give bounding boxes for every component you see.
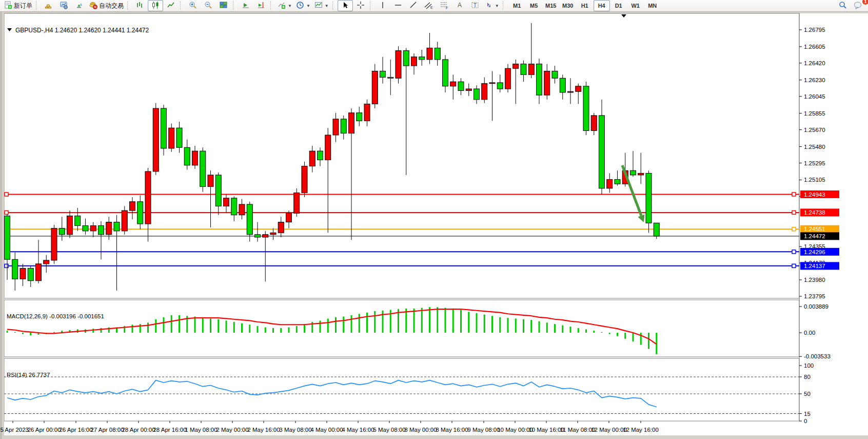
toolbar-separator <box>370 2 373 10</box>
svg-text:T: T <box>474 2 477 8</box>
price-axis-tick: 1.23795 <box>804 293 825 299</box>
periods-button[interactable]: ▼ <box>294 0 312 11</box>
price-axis-tick: 1.23980 <box>804 277 825 283</box>
time-axis-label: 10 May 16:00 <box>528 427 564 433</box>
signals-button[interactable] <box>72 0 87 11</box>
timeframe-button-W1[interactable]: W1 <box>627 0 644 11</box>
indicators-button[interactable]: ▼ <box>275 0 294 11</box>
macd-axis-tick: -0.003533 <box>804 353 831 359</box>
line-chart-type-button[interactable] <box>163 0 179 11</box>
crosshair-icon <box>357 1 365 11</box>
market-watch-icon <box>60 1 68 11</box>
price-axis-tick: 1.26795 <box>804 27 825 33</box>
bar-chart-type-button[interactable] <box>132 0 148 11</box>
auto-trading-button[interactable]: 自动交易 <box>87 0 126 11</box>
equidistant-channel-icon: E <box>424 1 433 11</box>
time-axis-label: 26 Apr 00:00 <box>27 427 61 433</box>
macd-axis-tick: 0.003889 <box>804 303 828 310</box>
channel-tool-button[interactable]: E <box>421 0 437 11</box>
chat-bubble-icon <box>854 1 863 11</box>
text-icon: A <box>456 1 464 11</box>
wallet-button[interactable] <box>41 0 56 11</box>
time-axis-label: 4 May 16:00 <box>342 427 374 433</box>
market-watch-button[interactable] <box>56 0 72 11</box>
time-axis-label: 1 May 08:00 <box>185 427 217 433</box>
toolbar: 新订单 自动交易 ▼ ▼ <box>0 0 868 12</box>
time-axis-label: 8 May 00:00 <box>404 427 437 433</box>
zoom-in-button[interactable] <box>185 0 201 11</box>
fibonacci-tool-button[interactable]: F <box>437 0 452 11</box>
price-tag: 1.24943 <box>800 190 839 198</box>
toolbar-separator <box>503 2 506 10</box>
time-axis-label: 28 Apr 16:00 <box>153 427 186 433</box>
crosshair-button[interactable] <box>353 0 368 11</box>
timeframe-button-M1[interactable]: M1 <box>509 0 525 11</box>
time-axis-label: 12 May 00:00 <box>591 427 627 433</box>
shapes-icon <box>485 1 493 11</box>
time-axis-label: 25 Apr 2023 <box>0 427 29 433</box>
timeframe-group: M1M5M15M30H1H4D1W1MN <box>509 0 661 11</box>
zoom-out-button[interactable] <box>201 0 216 11</box>
timeframe-button-MN[interactable]: MN <box>644 0 661 11</box>
svg-text:1.24472: 1.24472 <box>804 233 825 239</box>
timeframe-button-H4[interactable]: H4 <box>594 0 610 11</box>
candlestick-chart-icon <box>151 1 160 11</box>
price-axis-tick: 1.25105 <box>804 177 825 183</box>
svg-text:1.24943: 1.24943 <box>804 192 825 198</box>
zoom-out-icon <box>204 1 212 11</box>
text-label-tool-button[interactable]: T <box>467 0 483 11</box>
svg-text:1.24738: 1.24738 <box>804 209 825 216</box>
timeframe-button-M30[interactable]: M30 <box>560 0 576 11</box>
chart-window[interactable]: 1.267951.266051.264201.262301.260451.258… <box>0 12 868 439</box>
toolbar-separator <box>233 2 236 10</box>
svg-text:E: E <box>430 6 433 9</box>
text-label-icon: T <box>471 1 479 11</box>
timeframe-button-M5[interactable]: M5 <box>526 0 542 11</box>
arrows-tool-button[interactable]: ▼ <box>483 0 501 11</box>
text-tool-button[interactable]: A <box>452 0 467 11</box>
clock-icon <box>296 1 304 11</box>
horizontal-line-tool-button[interactable] <box>390 0 406 11</box>
trendline-tool-button[interactable] <box>406 0 421 11</box>
price-axis-tick: 1.26605 <box>804 44 825 50</box>
timeframe-button-H1[interactable]: H1 <box>577 0 593 11</box>
timeframe-button-D1[interactable]: D1 <box>610 0 627 11</box>
time-axis-label: 2 May 00:00 <box>216 427 248 433</box>
price-axis-tick: 1.25670 <box>804 127 825 133</box>
rsi-indicator-label: RSI(14) 26.7737 <box>7 372 50 378</box>
templates-button[interactable]: ▼ <box>312 0 331 11</box>
price-axis-tick: 1.26045 <box>804 93 825 100</box>
candle-chart-type-button[interactable] <box>148 0 163 11</box>
notifications-button[interactable]: 1 <box>851 0 866 11</box>
notification-badge: 1 <box>862 0 868 5</box>
new-order-label: 新订单 <box>14 2 32 10</box>
price-tag: 1.24738 <box>800 208 839 216</box>
price-axis-tick: 1.26230 <box>804 77 825 83</box>
chart-title: GBPUSD-,H4 1.24620 1.24620 1.24441 1.244… <box>15 27 149 34</box>
toolbar-separator <box>127 2 131 10</box>
vertical-line-tool-button[interactable] <box>375 0 390 11</box>
auto-scroll-button[interactable] <box>238 0 253 11</box>
new-order-button[interactable]: 新订单 <box>2 0 34 11</box>
price-axis-tick: 1.25295 <box>804 160 825 166</box>
cursor-button[interactable] <box>338 0 353 11</box>
time-axis-label: 12 May 16:00 <box>623 427 659 433</box>
search-icon <box>839 1 847 11</box>
chart-shift-button[interactable] <box>253 0 269 11</box>
time-axis-label: 8 May 16:00 <box>436 427 468 433</box>
chevron-down-icon: ▼ <box>325 4 329 8</box>
time-axis-label: 5 May 08:00 <box>373 427 405 433</box>
chart-canvas[interactable]: 1.267951.266051.264201.262301.260451.258… <box>0 12 868 439</box>
vertical-line-icon <box>379 1 387 11</box>
tile-windows-button[interactable] <box>216 0 231 11</box>
price-axis-tick: 1.25855 <box>804 110 825 117</box>
horizontal-line-icon <box>394 1 402 11</box>
auto-trading-label: 自动交易 <box>99 2 124 10</box>
chevron-down-icon: ▼ <box>495 4 499 8</box>
price-axis-tick: 1.25480 <box>804 144 825 150</box>
timeframe-button-M15[interactable]: M15 <box>543 0 559 11</box>
search-button[interactable] <box>835 0 851 11</box>
time-axis-label: 28 Apr 00:00 <box>122 427 155 433</box>
signal-icon <box>75 1 84 11</box>
svg-text:1.24137: 1.24137 <box>804 263 825 269</box>
